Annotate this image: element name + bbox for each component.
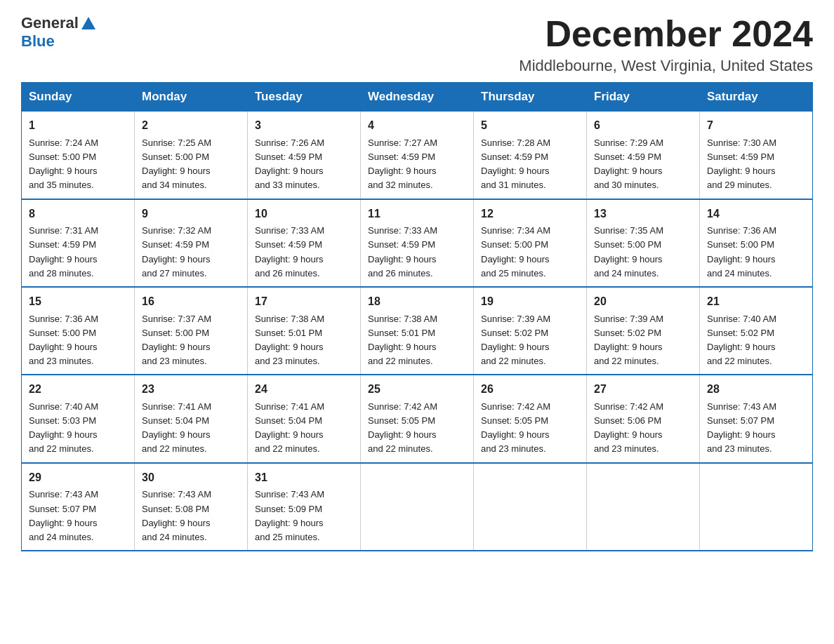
day-daylight: Daylight: 9 hours — [594, 253, 692, 267]
day-sunset: Sunset: 5:08 PM — [142, 502, 240, 516]
calendar-cell: 2 Sunrise: 7:25 AM Sunset: 5:00 PM Dayli… — [135, 112, 248, 199]
day-daylight-cont: and 22 minutes. — [368, 354, 466, 368]
day-daylight: Daylight: 9 hours — [29, 428, 127, 442]
day-header-saturday: Saturday — [700, 83, 813, 112]
day-daylight: Daylight: 9 hours — [481, 428, 579, 442]
day-number: 10 — [255, 206, 353, 223]
calendar-cell: 13 Sunrise: 7:35 AM Sunset: 5:00 PM Dayl… — [587, 199, 700, 287]
calendar-cell: 25 Sunrise: 7:42 AM Sunset: 5:05 PM Dayl… — [361, 375, 474, 462]
day-sunset: Sunset: 4:59 PM — [707, 150, 805, 164]
day-number: 3 — [255, 117, 353, 135]
calendar-cell: 30 Sunrise: 7:43 AM Sunset: 5:08 PM Dayl… — [135, 463, 248, 551]
day-sunrise: Sunrise: 7:31 AM — [29, 224, 127, 238]
day-daylight-cont: and 22 minutes. — [142, 442, 240, 456]
day-sunset: Sunset: 5:06 PM — [594, 414, 692, 428]
day-daylight: Daylight: 9 hours — [707, 253, 805, 267]
day-number: 20 — [594, 293, 692, 311]
day-sunset: Sunset: 5:02 PM — [481, 326, 579, 340]
calendar-week-row: 22 Sunrise: 7:40 AM Sunset: 5:03 PM Dayl… — [22, 375, 813, 462]
day-number: 19 — [481, 293, 579, 311]
day-daylight-cont: and 27 minutes. — [142, 267, 240, 281]
calendar-cell: 19 Sunrise: 7:39 AM Sunset: 5:02 PM Dayl… — [474, 287, 587, 375]
day-number: 8 — [29, 206, 127, 223]
day-sunrise: Sunrise: 7:42 AM — [368, 400, 466, 414]
day-sunrise: Sunrise: 7:43 AM — [707, 400, 805, 414]
day-daylight-cont: and 31 minutes. — [481, 178, 579, 192]
day-number: 12 — [481, 206, 579, 223]
day-number: 7 — [707, 117, 805, 135]
day-header-thursday: Thursday — [474, 83, 587, 112]
day-number: 5 — [481, 117, 579, 135]
day-sunrise: Sunrise: 7:40 AM — [707, 312, 805, 326]
day-daylight-cont: and 22 minutes. — [29, 442, 127, 456]
day-number: 29 — [29, 469, 127, 487]
day-number: 2 — [142, 117, 240, 135]
day-daylight-cont: and 24 minutes. — [29, 530, 127, 544]
day-sunset: Sunset: 5:00 PM — [594, 238, 692, 252]
day-sunrise: Sunrise: 7:25 AM — [142, 136, 240, 150]
day-daylight-cont: and 22 minutes. — [255, 442, 353, 456]
day-sunrise: Sunrise: 7:40 AM — [29, 400, 127, 414]
day-sunset: Sunset: 4:59 PM — [29, 238, 127, 252]
day-sunrise: Sunrise: 7:34 AM — [481, 224, 579, 238]
day-sunset: Sunset: 4:59 PM — [368, 238, 466, 252]
day-daylight: Daylight: 9 hours — [594, 340, 692, 354]
day-daylight: Daylight: 9 hours — [368, 164, 466, 178]
day-sunset: Sunset: 4:59 PM — [142, 238, 240, 252]
day-daylight: Daylight: 9 hours — [255, 164, 353, 178]
day-number: 16 — [142, 293, 240, 311]
day-number: 6 — [594, 117, 692, 135]
day-daylight: Daylight: 9 hours — [707, 340, 805, 354]
day-number: 14 — [707, 206, 805, 223]
day-sunrise: Sunrise: 7:33 AM — [255, 224, 353, 238]
day-daylight-cont: and 22 minutes. — [368, 442, 466, 456]
day-sunrise: Sunrise: 7:33 AM — [368, 224, 466, 238]
calendar-cell: 28 Sunrise: 7:43 AM Sunset: 5:07 PM Dayl… — [700, 375, 813, 462]
day-sunrise: Sunrise: 7:38 AM — [255, 312, 353, 326]
day-sunrise: Sunrise: 7:37 AM — [142, 312, 240, 326]
day-daylight: Daylight: 9 hours — [368, 428, 466, 442]
day-daylight-cont: and 23 minutes. — [707, 442, 805, 456]
day-number: 30 — [142, 469, 240, 487]
day-number: 13 — [594, 206, 692, 223]
day-header-friday: Friday — [587, 83, 700, 112]
calendar-header-row: SundayMondayTuesdayWednesdayThursdayFrid… — [22, 83, 813, 112]
day-daylight-cont: and 22 minutes. — [594, 354, 692, 368]
calendar-cell: 18 Sunrise: 7:38 AM Sunset: 5:01 PM Dayl… — [361, 287, 474, 375]
day-daylight: Daylight: 9 hours — [481, 164, 579, 178]
day-number: 1 — [29, 117, 127, 135]
day-sunrise: Sunrise: 7:30 AM — [707, 136, 805, 150]
calendar-cell — [474, 463, 587, 551]
day-number: 15 — [29, 293, 127, 311]
calendar-cell: 7 Sunrise: 7:30 AM Sunset: 4:59 PM Dayli… — [700, 112, 813, 199]
day-daylight-cont: and 24 minutes. — [594, 267, 692, 281]
day-daylight: Daylight: 9 hours — [594, 164, 692, 178]
calendar-cell: 10 Sunrise: 7:33 AM Sunset: 4:59 PM Dayl… — [248, 199, 361, 287]
day-daylight: Daylight: 9 hours — [29, 253, 127, 267]
day-daylight-cont: and 24 minutes. — [142, 530, 240, 544]
calendar-cell: 20 Sunrise: 7:39 AM Sunset: 5:02 PM Dayl… — [587, 287, 700, 375]
day-header-sunday: Sunday — [22, 83, 135, 112]
day-sunrise: Sunrise: 7:24 AM — [29, 136, 127, 150]
day-sunrise: Sunrise: 7:26 AM — [255, 136, 353, 150]
day-daylight: Daylight: 9 hours — [29, 516, 127, 530]
day-number: 18 — [368, 293, 466, 311]
day-daylight-cont: and 29 minutes. — [707, 178, 805, 192]
day-daylight-cont: and 22 minutes. — [707, 354, 805, 368]
day-sunset: Sunset: 5:00 PM — [142, 150, 240, 164]
logo-general-text: General — [21, 14, 79, 32]
day-number: 9 — [142, 206, 240, 223]
day-daylight: Daylight: 9 hours — [142, 253, 240, 267]
day-sunset: Sunset: 5:09 PM — [255, 502, 353, 516]
day-sunrise: Sunrise: 7:36 AM — [707, 224, 805, 238]
day-sunrise: Sunrise: 7:27 AM — [368, 136, 466, 150]
day-sunset: Sunset: 5:01 PM — [368, 326, 466, 340]
calendar-cell: 29 Sunrise: 7:43 AM Sunset: 5:07 PM Dayl… — [22, 463, 135, 551]
calendar-cell — [700, 463, 813, 551]
day-daylight-cont: and 24 minutes. — [707, 267, 805, 281]
calendar-cell: 31 Sunrise: 7:43 AM Sunset: 5:09 PM Dayl… — [248, 463, 361, 551]
calendar-cell: 26 Sunrise: 7:42 AM Sunset: 5:05 PM Dayl… — [474, 375, 587, 462]
title-block: December 2024 Middlebourne, West Virgini… — [519, 14, 813, 75]
day-header-tuesday: Tuesday — [248, 83, 361, 112]
day-number: 17 — [255, 293, 353, 311]
